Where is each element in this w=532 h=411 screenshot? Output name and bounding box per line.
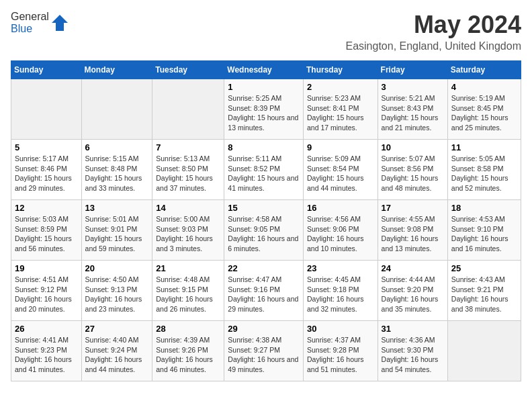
- page-header: General Blue May 2024 Easington, England…: [11, 11, 521, 52]
- calendar-cell: 19 Sunrise: 4:51 AMSunset: 9:12 PMDaylig…: [11, 261, 82, 321]
- calendar-cell: 1 Sunrise: 5:25 AMSunset: 8:39 PMDayligh…: [224, 79, 304, 140]
- day-info: Sunrise: 5:00 AMSunset: 9:03 PMDaylight:…: [156, 215, 213, 253]
- day-number: 7: [156, 142, 220, 152]
- calendar-cell: 22 Sunrise: 4:47 AMSunset: 9:16 PMDaylig…: [224, 261, 304, 321]
- day-number: 1: [228, 82, 300, 92]
- day-info: Sunrise: 5:05 AMSunset: 8:58 PMDaylight:…: [451, 154, 508, 192]
- day-info: Sunrise: 5:25 AMSunset: 8:39 PMDaylight:…: [228, 94, 298, 132]
- calendar-cell: 21 Sunrise: 4:48 AMSunset: 9:15 PMDaylig…: [152, 261, 224, 321]
- logo-general-text: General: [11, 11, 49, 22]
- calendar-cell: 17 Sunrise: 4:55 AMSunset: 9:08 PMDaylig…: [378, 200, 447, 261]
- month-title: May 2024: [345, 11, 521, 39]
- calendar-cell: 13 Sunrise: 5:01 AMSunset: 9:01 PMDaylig…: [81, 200, 152, 261]
- calendar-week-5: 26 Sunrise: 4:41 AMSunset: 9:23 PMDaylig…: [11, 321, 521, 381]
- day-info: Sunrise: 4:37 AMSunset: 9:28 PMDaylight:…: [307, 336, 364, 373]
- day-info: Sunrise: 4:36 AMSunset: 9:30 PMDaylight:…: [382, 336, 439, 373]
- day-number: 11: [451, 142, 517, 152]
- day-info: Sunrise: 4:47 AMSunset: 9:16 PMDaylight:…: [228, 275, 298, 313]
- calendar-cell: 4 Sunrise: 5:19 AMSunset: 8:45 PMDayligh…: [447, 79, 521, 140]
- day-number: 9: [307, 142, 374, 152]
- header-monday: Monday: [81, 61, 152, 79]
- calendar-header: Sunday Monday Tuesday Wednesday Thursday…: [11, 61, 521, 79]
- day-info: Sunrise: 5:23 AMSunset: 8:41 PMDaylight:…: [307, 94, 364, 132]
- calendar-cell: 28 Sunrise: 4:39 AMSunset: 9:26 PMDaylig…: [152, 321, 224, 381]
- calendar-cell: 30 Sunrise: 4:37 AMSunset: 9:28 PMDaylig…: [303, 321, 378, 381]
- day-number: 19: [15, 263, 78, 273]
- day-number: 26: [15, 324, 78, 334]
- day-number: 30: [307, 324, 374, 334]
- day-info: Sunrise: 4:43 AMSunset: 9:21 PMDaylight:…: [451, 275, 508, 313]
- day-info: Sunrise: 4:39 AMSunset: 9:26 PMDaylight:…: [156, 336, 213, 373]
- logo-icon: [50, 13, 69, 32]
- day-info: Sunrise: 4:51 AMSunset: 9:12 PMDaylight:…: [15, 275, 72, 313]
- header-row: Sunday Monday Tuesday Wednesday Thursday…: [11, 61, 521, 79]
- calendar-cell: 9 Sunrise: 5:09 AMSunset: 8:54 PMDayligh…: [303, 140, 378, 200]
- calendar-cell: [152, 79, 224, 140]
- day-info: Sunrise: 5:07 AMSunset: 8:56 PMDaylight:…: [382, 154, 439, 192]
- day-info: Sunrise: 4:38 AMSunset: 9:27 PMDaylight:…: [228, 336, 298, 373]
- day-info: Sunrise: 4:44 AMSunset: 9:20 PMDaylight:…: [382, 275, 439, 313]
- day-number: 28: [156, 324, 220, 334]
- day-number: 24: [382, 263, 444, 273]
- calendar-week-4: 19 Sunrise: 4:51 AMSunset: 9:12 PMDaylig…: [11, 261, 521, 321]
- calendar-week-2: 5 Sunrise: 5:17 AMSunset: 8:46 PMDayligh…: [11, 140, 521, 200]
- header-wednesday: Wednesday: [224, 61, 304, 79]
- day-info: Sunrise: 4:58 AMSunset: 9:05 PMDaylight:…: [228, 215, 298, 253]
- day-number: 13: [85, 203, 149, 213]
- day-info: Sunrise: 4:50 AMSunset: 9:13 PMDaylight:…: [85, 275, 142, 313]
- day-number: 2: [307, 82, 374, 92]
- calendar-cell: 7 Sunrise: 5:13 AMSunset: 8:50 PMDayligh…: [152, 140, 224, 200]
- location-title: Easington, England, United Kingdom: [345, 40, 521, 52]
- day-info: Sunrise: 5:15 AMSunset: 8:48 PMDaylight:…: [85, 154, 142, 192]
- calendar-cell: 3 Sunrise: 5:21 AMSunset: 8:43 PMDayligh…: [378, 79, 447, 140]
- day-number: 5: [15, 142, 78, 152]
- day-number: 25: [451, 263, 517, 273]
- day-number: 4: [451, 82, 517, 92]
- day-number: 23: [307, 263, 374, 273]
- logo: General Blue: [11, 11, 69, 35]
- day-info: Sunrise: 5:03 AMSunset: 8:59 PMDaylight:…: [15, 215, 72, 253]
- header-friday: Friday: [378, 61, 447, 79]
- day-number: 27: [85, 324, 149, 334]
- day-number: 6: [85, 142, 149, 152]
- svg-marker-0: [52, 15, 68, 31]
- calendar-cell: 24 Sunrise: 4:44 AMSunset: 9:20 PMDaylig…: [378, 261, 447, 321]
- calendar-cell: 18 Sunrise: 4:53 AMSunset: 9:10 PMDaylig…: [447, 200, 521, 261]
- day-info: Sunrise: 5:09 AMSunset: 8:54 PMDaylight:…: [307, 154, 364, 192]
- day-info: Sunrise: 4:55 AMSunset: 9:08 PMDaylight:…: [382, 215, 439, 253]
- day-info: Sunrise: 4:48 AMSunset: 9:15 PMDaylight:…: [156, 275, 213, 313]
- calendar-cell: 25 Sunrise: 4:43 AMSunset: 9:21 PMDaylig…: [447, 261, 521, 321]
- calendar-table: Sunday Monday Tuesday Wednesday Thursday…: [11, 60, 521, 381]
- calendar-cell: 29 Sunrise: 4:38 AMSunset: 9:27 PMDaylig…: [224, 321, 304, 381]
- calendar-cell: 6 Sunrise: 5:15 AMSunset: 8:48 PMDayligh…: [81, 140, 152, 200]
- header-thursday: Thursday: [303, 61, 378, 79]
- day-info: Sunrise: 4:53 AMSunset: 9:10 PMDaylight:…: [451, 215, 508, 253]
- day-info: Sunrise: 4:41 AMSunset: 9:23 PMDaylight:…: [15, 336, 72, 373]
- day-number: 12: [15, 203, 78, 213]
- logo-blue-text: Blue: [11, 23, 32, 34]
- day-number: 10: [382, 142, 444, 152]
- calendar-cell: 31 Sunrise: 4:36 AMSunset: 9:30 PMDaylig…: [378, 321, 447, 381]
- day-info: Sunrise: 5:01 AMSunset: 9:01 PMDaylight:…: [85, 215, 142, 253]
- calendar-cell: [11, 79, 82, 140]
- calendar-body: 1 Sunrise: 5:25 AMSunset: 8:39 PMDayligh…: [11, 79, 521, 381]
- day-number: 22: [228, 263, 300, 273]
- day-number: 17: [382, 203, 444, 213]
- calendar-cell: 14 Sunrise: 5:00 AMSunset: 9:03 PMDaylig…: [152, 200, 224, 261]
- header-sunday: Sunday: [11, 61, 82, 79]
- calendar-cell: 12 Sunrise: 5:03 AMSunset: 8:59 PMDaylig…: [11, 200, 82, 261]
- day-info: Sunrise: 5:21 AMSunset: 8:43 PMDaylight:…: [382, 94, 439, 132]
- day-number: 31: [382, 324, 444, 334]
- calendar-cell: 26 Sunrise: 4:41 AMSunset: 9:23 PMDaylig…: [11, 321, 82, 381]
- calendar-cell: [81, 79, 152, 140]
- day-info: Sunrise: 4:45 AMSunset: 9:18 PMDaylight:…: [307, 275, 364, 313]
- day-number: 21: [156, 263, 220, 273]
- day-number: 18: [451, 203, 517, 213]
- calendar-cell: 10 Sunrise: 5:07 AMSunset: 8:56 PMDaylig…: [378, 140, 447, 200]
- day-info: Sunrise: 5:13 AMSunset: 8:50 PMDaylight:…: [156, 154, 213, 192]
- calendar-cell: 8 Sunrise: 5:11 AMSunset: 8:52 PMDayligh…: [224, 140, 304, 200]
- day-number: 15: [228, 203, 300, 213]
- calendar-cell: 23 Sunrise: 4:45 AMSunset: 9:18 PMDaylig…: [303, 261, 378, 321]
- day-number: 14: [156, 203, 220, 213]
- calendar-cell: 5 Sunrise: 5:17 AMSunset: 8:46 PMDayligh…: [11, 140, 82, 200]
